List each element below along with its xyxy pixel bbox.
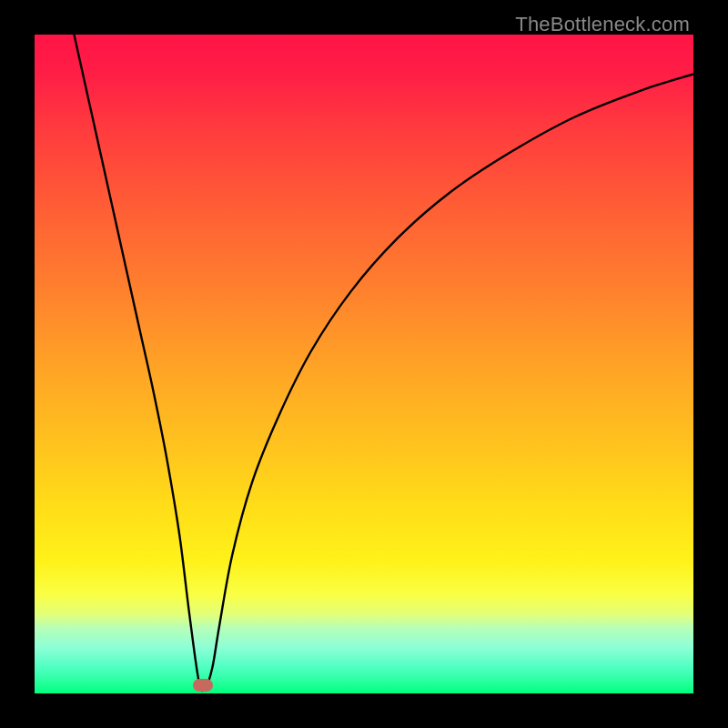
watermark-text: TheBottleneck.com (515, 13, 690, 36)
bottleneck-curve (74, 35, 693, 691)
optimum-marker (193, 679, 213, 692)
curve-svg (35, 35, 693, 693)
plot-area (35, 35, 693, 693)
chart-frame: TheBottleneck.com (0, 0, 728, 728)
